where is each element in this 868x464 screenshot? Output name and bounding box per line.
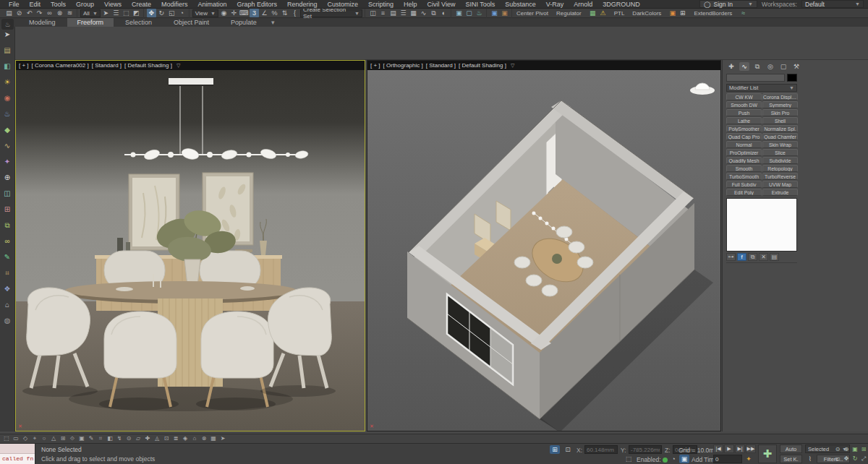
dock-material-icon[interactable]: ◧ — [2, 61, 13, 71]
dock-measure-icon[interactable]: ⌗ — [2, 268, 13, 278]
create-tab-icon[interactable]: ✚ — [726, 62, 736, 71]
viewport-style-label[interactable]: [ Standard ] — [92, 62, 122, 69]
menu-item-modifiers[interactable]: Modifiers — [156, 0, 193, 9]
zoom-extents-icon[interactable]: ▣ — [851, 444, 859, 454]
script-teal-icon[interactable]: ≈ — [739, 9, 748, 17]
display-tab-icon[interactable]: ▢ — [778, 62, 788, 71]
menu-item-sini-tools[interactable]: SINI Tools — [460, 0, 500, 9]
dock-snap-icon[interactable]: ⊕ — [2, 173, 13, 182]
hierarchy-tab-icon[interactable]: ⧉ — [752, 62, 762, 71]
window-crossing-icon[interactable]: ◩ — [132, 9, 141, 17]
keyboard-override-icon[interactable]: ⌨ — [239, 9, 249, 17]
viewport-display-filter-icon[interactable]: ▽ — [511, 63, 514, 69]
rect-region-icon[interactable]: ⬚ — [122, 9, 131, 17]
menu-item-views[interactable]: Views — [99, 0, 127, 9]
modifier-button-smooth[interactable]: Smooth — [726, 165, 762, 172]
viewport-menu-plus[interactable]: [ + ] — [19, 62, 29, 69]
modifier-button-normal[interactable]: Normal — [726, 141, 762, 148]
select-object-icon[interactable]: ➤ — [101, 9, 111, 17]
unlink-icon[interactable]: ⊗ — [55, 9, 64, 17]
utility-icon-9[interactable]: ▣ — [77, 435, 86, 443]
modify-tab-icon[interactable]: ∿ — [739, 62, 749, 71]
maxscript-mini-listener[interactable]: called fn — [0, 444, 35, 464]
dock-paint-icon[interactable]: ✎ — [2, 252, 13, 262]
menu-item-graph-editors[interactable]: Graph Editors — [231, 0, 282, 9]
tab-freeform[interactable]: Freeform — [67, 18, 114, 27]
utility-icon-17[interactable]: ◬ — [153, 435, 161, 443]
viewport-camera[interactable]: [ + ] [ Corona Camera002 ] [ Standard ] … — [15, 60, 365, 431]
dock-light-icon[interactable]: ☀ — [2, 77, 13, 87]
utility-icon-13[interactable]: ↯ — [115, 435, 124, 443]
dock-help-icon[interactable]: ◍ — [2, 316, 13, 325]
clock-icon[interactable]: ◔ — [668, 455, 678, 463]
utility-icon-2[interactable]: ▭ — [12, 435, 20, 443]
tab-modeling[interactable]: Modeling — [19, 18, 66, 27]
configure-sets-icon[interactable]: ▤ — [770, 253, 779, 261]
viewport-shading-label[interactable]: [ Default Shading ] — [459, 62, 506, 69]
align-icon[interactable]: ≡ — [378, 9, 388, 17]
tab-populate[interactable]: Populate — [221, 18, 267, 27]
modifier-button-symmetry[interactable]: Symmetry — [762, 101, 798, 108]
viewport-shading-label[interactable]: [ Default Shading ] — [124, 62, 172, 69]
motion-tab-icon[interactable]: ◎ — [765, 62, 775, 71]
menu-item-tools[interactable]: Tools — [46, 0, 71, 9]
modifier-button-push[interactable]: Push — [726, 109, 762, 116]
modifier-button-retopology[interactable]: Retopology — [762, 165, 798, 172]
viewport-orthographic[interactable]: [ + ] [ Orthographic ] [ Standard ] [ De… — [367, 60, 721, 431]
dock-script-icon[interactable]: ❖ — [2, 284, 13, 293]
modifier-button-lathe[interactable]: Lathe — [726, 117, 762, 124]
named-sets-icon[interactable]: { — [290, 9, 299, 17]
current-frame-field[interactable] — [713, 455, 742, 463]
transform-typein-icon[interactable]: ⊡ — [563, 445, 573, 454]
menu-item-group[interactable]: Group — [71, 0, 99, 9]
dock-geometry-icon[interactable]: ◆ — [2, 125, 13, 134]
key-mode-toggle-icon[interactable]: ✦ — [744, 455, 754, 463]
menu-item-scripting[interactable]: Scripting — [363, 0, 399, 9]
modifier-button-quad-cap-pro[interactable]: Quad Cap Pro — [726, 133, 762, 140]
modifier-button-quad-chamfer[interactable]: Quad Chamfer — [762, 133, 798, 140]
utility-icon-14[interactable]: ⊙ — [124, 435, 133, 443]
use-pivot-center-icon[interactable]: ◉ — [219, 9, 229, 17]
modifier-button-full-subdiv[interactable]: Full Subdiv — [726, 181, 762, 188]
material-editor-icon[interactable]: ◐ — [439, 9, 448, 17]
sign-in-button[interactable]: ◯ Sign In ▼ — [699, 0, 757, 8]
tab-object-paint[interactable]: Object Paint — [163, 18, 219, 27]
modifier-list-dropdown[interactable]: Modifier List▼ — [726, 84, 797, 92]
pin-stack-icon[interactable]: ⊶ — [726, 253, 736, 261]
snaps-toggle-icon[interactable]: 3 — [250, 9, 259, 17]
utility-icon-11[interactable]: ⌗ — [96, 435, 105, 443]
dock-group-icon[interactable]: ⧉ — [2, 220, 13, 230]
dock-layers-icon[interactable]: ▤ — [2, 46, 13, 55]
fov-icon[interactable]: ▭ — [833, 454, 842, 463]
named-selection-sets-select[interactable]: Create Selection Set▼ — [300, 9, 362, 17]
dock-home-icon[interactable]: ⌂ — [2, 300, 13, 309]
zoom-icon[interactable]: ⊙ — [833, 444, 842, 454]
menu-item-substance[interactable]: Substance — [500, 0, 541, 9]
percent-snap-icon[interactable]: % — [270, 9, 279, 17]
key-filter-icon[interactable]: ⌇ — [805, 455, 815, 463]
fetch-disabled-icon[interactable]: ⊘ — [14, 9, 24, 17]
ribbon-overflow-icon[interactable]: ▾ — [268, 18, 278, 27]
pan-icon[interactable]: ✥ — [842, 454, 851, 463]
select-manipulate-icon[interactable]: ✛ — [229, 9, 239, 17]
spinner-snap-icon[interactable]: ⇅ — [280, 9, 289, 17]
script-grid-icon[interactable]: ⊞ — [678, 9, 687, 17]
menu-item-v-ray[interactable]: V-Ray — [541, 0, 569, 9]
select-move-icon[interactable]: ✥ — [147, 9, 156, 17]
modifier-button-polysmoother[interactable]: PolySmoother — [726, 125, 762, 132]
play-icon[interactable]: ▶ — [724, 444, 734, 453]
script-green-icon[interactable]: ▦ — [588, 9, 597, 17]
dock-array-icon[interactable]: ⊞ — [2, 205, 13, 214]
modifier-button-skin-pro[interactable]: Skin Pro — [762, 109, 798, 116]
utility-icon-8[interactable]: ⟐ — [68, 435, 77, 443]
menu-item-file[interactable]: File — [4, 0, 25, 9]
save-icon[interactable]: ▤ — [4, 9, 14, 17]
dock-modifier-icon[interactable]: ✦ — [2, 157, 13, 166]
coord-system-select[interactable]: View▼ — [192, 9, 218, 17]
viewport-pov-label[interactable]: [ Orthographic ] — [383, 62, 423, 69]
ribbon-logo-icon[interactable]: ♨ — [1, 19, 14, 30]
selection-filter-select[interactable]: All▼ — [80, 9, 101, 17]
utility-icon-21[interactable]: ⌂ — [190, 435, 199, 443]
modifier-button-edit-poly[interactable]: Edit Poly — [726, 189, 762, 196]
maximize-viewport-icon[interactable]: ⤢ — [859, 454, 868, 463]
